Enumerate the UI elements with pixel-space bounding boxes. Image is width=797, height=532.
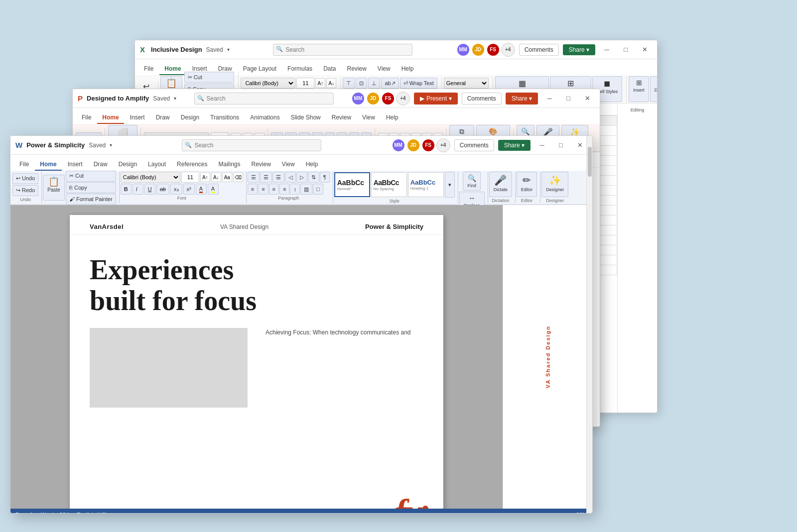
word-tab-view[interactable]: View [277,159,300,171]
word-scroll-thumb[interactable] [588,147,592,177]
word-tab-review[interactable]: Review [247,159,276,171]
excel-tab-data[interactable]: Data [318,63,341,75]
word-tab-help[interactable]: Help [301,159,323,171]
word-italic-button[interactable]: I [133,184,143,195]
word-zoom-in-button[interactable]: + [569,511,573,514]
ppt-tab-help[interactable]: Help [381,112,403,124]
word-editor-button[interactable]: ✏Editor [517,172,537,197]
excel-tab-help[interactable]: Help [397,63,419,75]
word-share-button[interactable]: Share ▾ [498,140,531,151]
word-bold-button[interactable]: B [121,184,132,195]
excel-cut-button[interactable]: ✂ Cut [184,72,235,83]
word-justify-button[interactable]: ≡ [279,184,289,195]
word-scrollbar[interactable] [586,136,592,513]
word-shading-button[interactable]: ▥ [300,184,312,195]
ppt-tab-design[interactable]: Design [176,112,204,124]
excel-font-size[interactable] [296,78,314,89]
excel-search-input[interactable] [273,44,412,56]
word-subscript-button[interactable]: x₂ [170,184,182,195]
excel-insert-cells[interactable]: ⊞Insert [629,76,649,102]
word-search-input[interactable] [182,139,321,151]
word-dictate-button[interactable]: 🎤Dictate [489,172,512,197]
word-style-normal[interactable]: AaBbCc Normal* [334,172,370,197]
word-multilevel-button[interactable]: ☰ [272,172,284,183]
ppt-tab-slideshow[interactable]: Slide Show [286,112,326,124]
ppt-maximize-button[interactable]: □ [561,91,576,106]
excel-tab-pagelayout[interactable]: Page Layout [238,63,281,75]
word-font-grow-button[interactable]: A↑ [200,172,210,182]
ppt-tab-animations[interactable]: Animations [245,112,284,124]
ppt-tab-insert[interactable]: Insert [125,112,150,124]
excel-delete-cells[interactable]: ⊟Delete [650,76,658,102]
word-underline-button[interactable]: U [144,184,155,195]
excel-orient[interactable]: ab↗ [381,78,398,89]
word-styles-more-button[interactable]: ▾ [445,172,455,198]
word-comments-button[interactable]: Comments [454,139,494,151]
ppt-present-button[interactable]: ▶Present ▾ [414,93,458,105]
excel-close-button[interactable]: ✕ [637,42,652,57]
excel-tab-formulas[interactable]: Formulas [282,63,317,75]
excel-align-bot[interactable]: ⊥ [368,78,380,89]
ppt-tab-home[interactable]: Home [97,112,124,124]
word-font-select[interactable]: Calibri (Body) [121,172,180,183]
excel-maximize-button[interactable]: □ [618,42,633,57]
excel-align-mid[interactable]: ⊡ [356,78,367,89]
ppt-minimize-button[interactable]: ─ [542,91,557,106]
word-minimize-button[interactable]: ─ [534,138,549,153]
word-superscript-button[interactable]: x² [183,184,195,195]
word-tab-file[interactable]: File [14,159,34,171]
word-style-heading1[interactable]: AaBbCc Heading 1 [408,172,444,197]
excel-font-select[interactable]: Calibri (Body) [241,78,295,89]
word-find-button[interactable]: 🔍Find [463,172,481,191]
word-font-aa-button[interactable]: Aa [222,172,232,182]
word-font-color-button[interactable]: A [196,184,207,195]
ppt-comments-button[interactable]: Comments [462,93,502,105]
ppt-tab-draw[interactable]: Draw [151,112,175,124]
word-borders-button[interactable]: □ [313,184,323,195]
excel-tab-review[interactable]: Review [342,63,371,75]
word-undo-button[interactable]: ↩ Undo [12,173,38,184]
word-bullets-button[interactable]: ☰ [248,172,260,183]
word-format-painter-button[interactable]: 🖌 Format Painter [66,194,116,205]
word-tab-home[interactable]: Home [35,159,61,171]
excel-tab-view[interactable]: View [373,63,396,75]
word-designer-button[interactable]: ✨Designer [541,172,568,197]
word-paste-button[interactable]: 📋Paste [43,175,65,201]
word-tab-mailings[interactable]: Mailings [213,159,245,171]
word-tab-layout[interactable]: Layout [143,159,171,171]
word-strikethrough-button[interactable]: ab [156,184,169,195]
word-tab-references[interactable]: References [172,159,212,171]
word-copy-button[interactable]: ⎘ Copy [66,182,116,193]
excel-align-top[interactable]: ⊤ [343,78,355,89]
word-tab-design[interactable]: Design [114,159,142,171]
ppt-search-input[interactable] [194,93,334,105]
excel-comments-button[interactable]: Comments [519,44,559,56]
excel-share-button[interactable]: Share ▾ [563,44,595,55]
excel-wrap-text[interactable]: ⏎ Wrap Text [400,78,437,89]
word-align-right-button[interactable]: ≡ [269,184,279,195]
word-zoom-out-button[interactable]: − [520,511,524,514]
word-show-marks-button[interactable]: ¶ [320,172,330,183]
ppt-close-button[interactable]: ✕ [580,91,595,106]
word-align-left-button[interactable]: ≡ [248,184,258,195]
word-style-no-spacing[interactable]: AaBbCc No Spacing [371,172,407,197]
excel-format-select[interactable]: General [444,78,489,89]
word-numbering-button[interactable]: ☰ [260,172,272,183]
word-indent-decrease-button[interactable]: ◁ [285,172,296,183]
word-tab-draw[interactable]: Draw [89,159,113,171]
ppt-tab-view[interactable]: View [357,112,380,124]
ppt-tab-transitions[interactable]: Transitions [205,112,244,124]
excel-font-grow-button[interactable]: A↑ [315,78,325,88]
word-line-spacing-button[interactable]: ↕ [290,184,300,195]
excel-minimize-button[interactable]: ─ [599,42,614,57]
excel-font-shrink-button[interactable]: A↓ [326,78,336,88]
word-close-button[interactable]: ✕ [572,138,587,153]
ppt-tab-file[interactable]: File [77,112,96,124]
word-font-size[interactable] [181,172,199,183]
word-eraser-button[interactable]: ⌫ [233,172,243,182]
word-font-shrink-button[interactable]: A↓ [211,172,221,182]
ppt-tab-review[interactable]: Review [327,112,356,124]
excel-tab-file[interactable]: File [139,63,158,75]
ppt-share-button[interactable]: Share ▾ [506,93,538,105]
word-indent-increase-button[interactable]: ▷ [296,172,307,183]
